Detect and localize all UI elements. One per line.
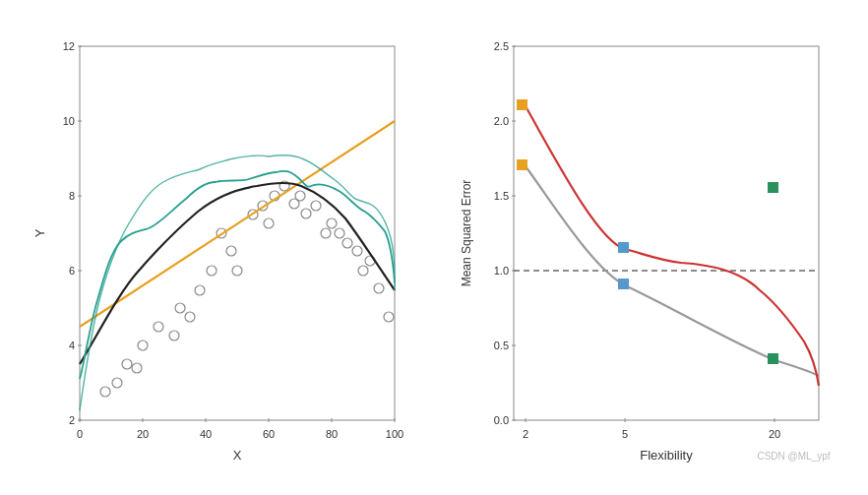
svg-text:8: 8	[68, 190, 74, 202]
svg-rect-0	[80, 46, 395, 420]
svg-text:1.0: 1.0	[493, 265, 508, 277]
svg-text:100: 100	[385, 428, 403, 440]
svg-rect-82	[618, 278, 629, 289]
svg-text:2: 2	[522, 428, 527, 440]
svg-text:0: 0	[76, 428, 82, 440]
svg-text:4: 4	[68, 340, 74, 351]
svg-rect-78	[517, 99, 527, 110]
svg-rect-79	[618, 242, 629, 253]
left-chart-wrapper: 2 4 6 8 10 12 0 20 40 60 80 100	[31, 27, 414, 469]
svg-text:20: 20	[136, 428, 148, 440]
svg-text:5: 5	[621, 428, 627, 440]
svg-text:2.0: 2.0	[493, 115, 508, 127]
right-chart-wrapper: 0.0 0.5 1.0 1.5 2.0 2.5 2 5 20	[455, 27, 838, 469]
right-x-label: Flexibility	[640, 448, 693, 463]
svg-text:40: 40	[199, 428, 211, 440]
left-x-label: X	[232, 448, 241, 463]
right-y-label: Mean Squared Error	[460, 179, 473, 286]
main-container: 2 4 6 8 10 12 0 20 40 60 80 100	[0, 0, 868, 495]
svg-text:0.5: 0.5	[493, 340, 508, 351]
svg-text:2.5: 2.5	[493, 40, 508, 52]
svg-text:60: 60	[262, 428, 274, 440]
left-chart-svg: 2 4 6 8 10 12 0 20 40 60 80 100	[31, 27, 414, 469]
left-y-label: Y	[32, 228, 47, 237]
svg-rect-83	[768, 182, 778, 193]
svg-rect-80	[768, 353, 778, 364]
right-chart-svg: 0.0 0.5 1.0 1.5 2.0 2.5 2 5 20	[455, 27, 838, 469]
svg-text:12: 12	[62, 40, 74, 52]
svg-text:80: 80	[325, 428, 337, 440]
svg-text:10: 10	[62, 115, 74, 127]
watermark: CSDN @ML_ypf	[757, 451, 830, 462]
svg-text:1.5: 1.5	[493, 190, 508, 202]
svg-text:0.0: 0.0	[493, 414, 508, 426]
svg-text:2: 2	[68, 414, 74, 426]
svg-rect-81	[517, 159, 527, 170]
svg-text:20: 20	[768, 428, 779, 440]
svg-text:6: 6	[68, 265, 74, 277]
